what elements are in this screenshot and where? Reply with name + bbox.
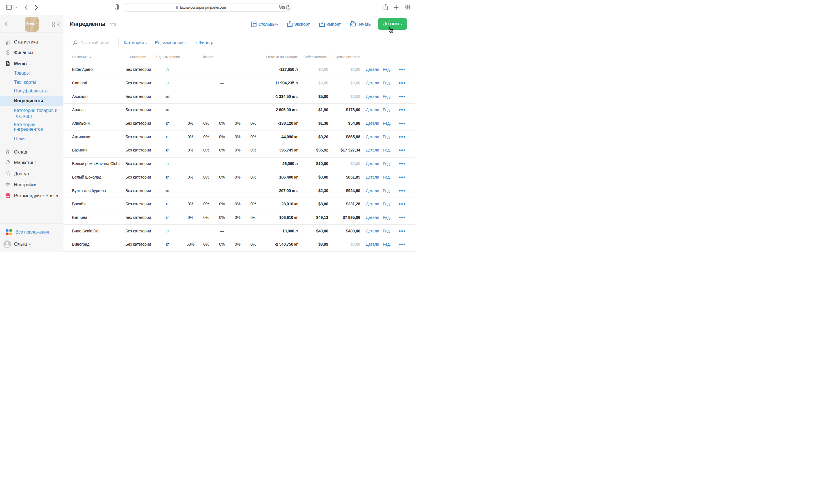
svg-text:文: 文 — [282, 7, 284, 9]
svg-text:$: $ — [6, 49, 9, 56]
